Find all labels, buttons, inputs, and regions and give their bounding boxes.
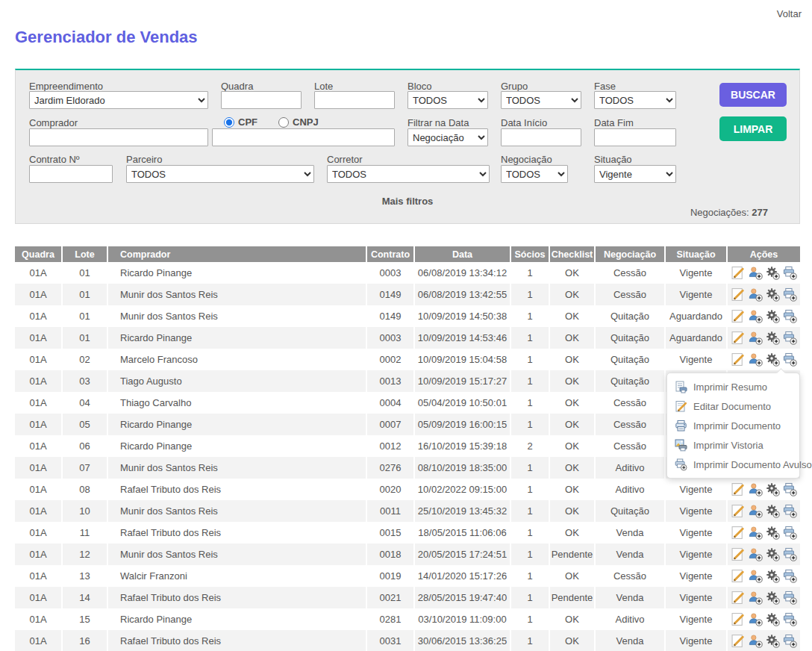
- edit-icon[interactable]: [731, 482, 746, 496]
- column-header-negociacao: Negociação: [596, 246, 666, 262]
- edit-icon[interactable]: [731, 612, 746, 626]
- cell-contrato: 0015: [367, 522, 415, 543]
- cell-acoes: [728, 587, 800, 608]
- gear-add-icon[interactable]: [766, 612, 780, 626]
- edit-icon[interactable]: [731, 309, 746, 323]
- cell-data: 10/09/2019 15:04:58: [415, 349, 511, 370]
- printer-add-icon[interactable]: [783, 569, 797, 583]
- edit-icon[interactable]: [731, 504, 746, 518]
- person-add-icon[interactable]: [749, 569, 763, 583]
- cell-data: 08/10/2019 18:35:00: [415, 457, 511, 479]
- person-add-icon[interactable]: [749, 331, 763, 345]
- menu-item-imprimir-vistoria[interactable]: Imprimir Vistoria: [667, 435, 799, 455]
- corretor-select[interactable]: TODOS: [327, 165, 490, 183]
- cell-quadra: 01A: [15, 349, 63, 370]
- person-add-icon[interactable]: [749, 526, 763, 540]
- cnpj-radio-option[interactable]: CNPJ: [278, 116, 319, 128]
- gear-add-icon[interactable]: [766, 547, 780, 561]
- printer-add-icon[interactable]: [783, 352, 797, 367]
- printer-add-icon[interactable]: [783, 287, 797, 302]
- edit-icon[interactable]: [731, 287, 746, 302]
- negociacao-select[interactable]: TODOS: [501, 165, 568, 183]
- gear-add-icon[interactable]: [766, 504, 780, 518]
- document-number-input[interactable]: [212, 128, 395, 146]
- bloco-select[interactable]: TODOS: [407, 91, 488, 109]
- cell-socios: 1: [511, 500, 550, 522]
- cell-data: 06/08/2019 13:34:12: [415, 262, 511, 284]
- printer-add-icon[interactable]: [783, 309, 797, 323]
- person-add-icon[interactable]: [749, 287, 763, 302]
- menu-item-imprimir-documento-avulso[interactable]: Imprimir Documento Avulso: [667, 455, 799, 474]
- edit-icon[interactable]: [731, 526, 746, 540]
- gear-add-icon[interactable]: [766, 634, 780, 648]
- gear-add-icon[interactable]: [766, 482, 780, 496]
- data-inicio-input[interactable]: [501, 128, 581, 146]
- empreendimento-select[interactable]: Jardim Eldorado: [29, 91, 208, 109]
- fase-select[interactable]: TODOS: [594, 91, 676, 109]
- menu-item-imprimir-resumo[interactable]: Imprimir Resumo: [667, 377, 799, 396]
- cell-acoes: [728, 522, 800, 543]
- person-add-icon[interactable]: [749, 352, 763, 367]
- comprador-input[interactable]: [29, 128, 208, 146]
- parceiro-select[interactable]: TODOS: [126, 165, 314, 183]
- gear-add-icon[interactable]: [766, 266, 780, 280]
- gear-add-icon[interactable]: [766, 287, 780, 302]
- gear-add-icon[interactable]: [766, 331, 780, 345]
- cell-comprador: Walcir Franzoni: [108, 565, 367, 587]
- mais-filtros-link[interactable]: Mais filtros: [16, 196, 799, 207]
- edit-icon[interactable]: [731, 352, 746, 367]
- printer-add-icon[interactable]: [783, 634, 797, 648]
- cpf-radio-option[interactable]: CPF: [224, 116, 257, 128]
- contrato-input[interactable]: [29, 165, 113, 183]
- gear-add-icon[interactable]: [766, 569, 780, 583]
- printer-add-icon[interactable]: [783, 591, 797, 605]
- lote-input[interactable]: [314, 91, 395, 109]
- printer-add-icon[interactable]: [783, 504, 797, 518]
- grupo-select[interactable]: TODOS: [501, 91, 581, 109]
- data-fim-input[interactable]: [594, 128, 676, 146]
- buscar-button[interactable]: BUSCAR: [719, 83, 787, 107]
- person-add-icon[interactable]: [749, 612, 763, 626]
- print-context-menu: Imprimir ResumoEditar DocumentoImprimir …: [666, 373, 800, 479]
- cell-socios: 1: [511, 630, 550, 651]
- menu-item-label: Imprimir Documento Avulso: [693, 459, 812, 470]
- printer-add-icon[interactable]: [783, 547, 797, 561]
- gear-add-icon[interactable]: [766, 352, 780, 367]
- gear-add-icon[interactable]: [766, 591, 780, 605]
- menu-item-imprimir-documento[interactable]: Imprimir Documento: [667, 416, 799, 435]
- person-add-icon[interactable]: [749, 309, 763, 323]
- printer-add-icon[interactable]: [783, 526, 797, 540]
- edit-icon[interactable]: [731, 634, 746, 648]
- person-add-icon[interactable]: [749, 266, 763, 280]
- printer-add-icon[interactable]: [783, 482, 797, 496]
- gear-add-icon[interactable]: [766, 526, 780, 540]
- cell-data: 10/09/2019 14:53:46: [415, 327, 511, 349]
- cpf-radio[interactable]: [224, 117, 234, 128]
- person-add-icon[interactable]: [749, 482, 763, 496]
- cell-socios: 1: [511, 587, 550, 608]
- situacao-select[interactable]: Vigente: [594, 165, 676, 183]
- gear-add-icon[interactable]: [766, 309, 780, 323]
- person-add-icon[interactable]: [749, 504, 763, 518]
- edit-icon[interactable]: [731, 266, 746, 280]
- column-header-checklist: Checklist: [550, 246, 596, 262]
- printer-add-icon[interactable]: [783, 331, 797, 345]
- filtrar-na-data-select[interactable]: Negociação: [407, 128, 488, 146]
- back-link[interactable]: Voltar: [777, 8, 802, 19]
- limpar-button[interactable]: LIMPAR: [719, 116, 787, 141]
- edit-icon[interactable]: [731, 331, 746, 345]
- person-add-icon[interactable]: [749, 634, 763, 648]
- edit-icon[interactable]: [731, 547, 746, 561]
- printer-add-icon[interactable]: [783, 612, 797, 626]
- edit-icon[interactable]: [731, 591, 746, 605]
- table-row: 01A01Ricardo Pinange000306/08/2019 13:34…: [15, 262, 800, 284]
- person-add-icon[interactable]: [749, 591, 763, 605]
- printer-add-icon[interactable]: [783, 266, 797, 280]
- quadra-input[interactable]: [221, 91, 302, 109]
- cnpj-radio[interactable]: [278, 117, 289, 128]
- cell-negociacao: Quitação: [596, 500, 666, 522]
- cell-negociacao: Venda: [596, 587, 666, 608]
- menu-item-editar-documento[interactable]: Editar Documento: [667, 396, 799, 416]
- edit-icon[interactable]: [731, 569, 746, 583]
- person-add-icon[interactable]: [749, 547, 763, 561]
